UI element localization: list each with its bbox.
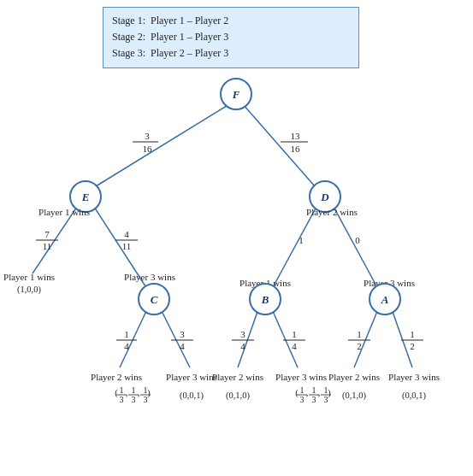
svg-line-7 [161, 309, 190, 367]
svg-text:E: E [81, 191, 90, 203]
svg-text:4: 4 [124, 341, 129, 351]
svg-text:11: 11 [122, 241, 132, 251]
svg-text:7: 7 [44, 229, 50, 239]
svg-text:4: 4 [292, 341, 297, 351]
a-left-win-label: Player 2 wins [328, 372, 380, 382]
e-right-win-label: Player 3 wins [124, 272, 175, 282]
a-right-win-label: Player 3 wins [388, 372, 440, 382]
svg-text:F: F [232, 88, 240, 101]
svg-text:1: 1 [300, 385, 304, 395]
svg-text:1: 1 [410, 329, 415, 339]
f-right-label: Player 2 wins [306, 207, 358, 217]
svg-text:C: C [151, 293, 158, 306]
e-left-win-label: Player 1 wins [3, 272, 55, 282]
svg-text:): ) [328, 388, 331, 398]
svg-text:1: 1 [132, 385, 136, 395]
svg-text:3: 3 [120, 395, 124, 404]
e-left-outcome: (1,0,0) [17, 285, 41, 295]
svg-text:,: , [318, 388, 321, 397]
b-right-outcome-open: ( [295, 388, 299, 398]
b-left-outcome: (0,1,0) [226, 391, 250, 401]
f-left-label: Player 1 wins [38, 207, 90, 217]
b-left-win-label: Player 2 wins [212, 372, 263, 382]
svg-line-5 [334, 207, 378, 289]
svg-text:3: 3 [180, 329, 185, 339]
svg-text:2: 2 [357, 341, 362, 351]
svg-text:3: 3 [300, 395, 304, 404]
svg-text:4: 4 [240, 341, 245, 351]
c-left-win-label: Player 2 wins [91, 372, 142, 382]
svg-text:11: 11 [43, 241, 52, 251]
svg-text:0: 0 [355, 235, 360, 245]
svg-text:3: 3 [312, 395, 316, 404]
svg-text:B: B [261, 293, 269, 306]
a-left-outcome: (0,1,0) [342, 391, 366, 401]
svg-text:3: 3 [132, 395, 136, 404]
svg-text:4: 4 [124, 229, 129, 239]
svg-text:,: , [138, 388, 140, 397]
tree-diagram: F 3 16 13 16 E D Player 1 wins Player 2 … [0, 0, 473, 476]
svg-text:1: 1 [292, 329, 297, 339]
svg-line-0 [96, 104, 229, 186]
svg-text:4: 4 [180, 341, 185, 351]
svg-text:1: 1 [357, 329, 362, 339]
svg-text:3: 3 [240, 329, 245, 339]
svg-text:A: A [381, 293, 389, 306]
a-right-outcome: (0,0,1) [402, 391, 426, 401]
svg-text:D: D [320, 191, 329, 203]
b-right-win-label: Player 3 wins [275, 372, 327, 382]
c-right-win-label: Player 3 wins [166, 372, 217, 382]
svg-text:,: , [306, 388, 309, 397]
svg-text:16: 16 [291, 144, 301, 154]
svg-text:): ) [147, 388, 151, 398]
svg-text:1: 1 [120, 385, 124, 395]
svg-line-1 [243, 104, 315, 186]
svg-text:2: 2 [410, 341, 415, 351]
svg-text:1: 1 [124, 329, 129, 339]
c-right-outcome: (0,0,1) [180, 391, 204, 401]
svg-text:13: 13 [291, 131, 301, 141]
svg-text:1: 1 [299, 235, 304, 245]
svg-text:16: 16 [143, 144, 153, 154]
svg-line-4 [272, 207, 316, 289]
svg-text:1: 1 [312, 385, 316, 395]
svg-text:3: 3 [145, 131, 150, 141]
c-left-outcome: ( [115, 388, 118, 398]
svg-text:,: , [126, 388, 128, 397]
